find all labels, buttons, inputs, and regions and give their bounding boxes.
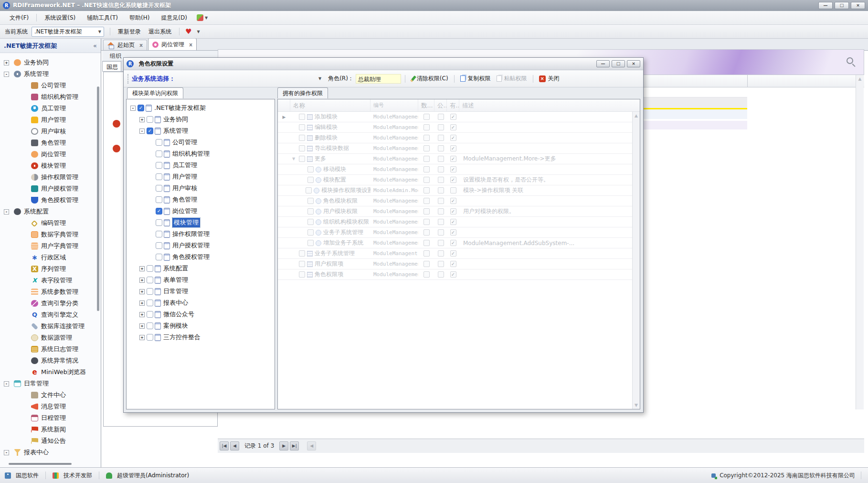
owned-checkbox[interactable]	[450, 187, 456, 193]
permission-checkbox[interactable]	[156, 173, 162, 180]
role-value-field[interactable]: 总裁助理	[356, 74, 401, 84]
data-checkbox[interactable]	[423, 124, 430, 130]
public-checkbox[interactable]	[438, 219, 444, 225]
tree-expander-icon[interactable]: -	[4, 72, 9, 77]
permission-tree-item[interactable]: + 微信公众号	[128, 309, 275, 320]
data-checkbox[interactable]	[423, 208, 430, 215]
sidebar-tree-item[interactable]: + 业务协同	[3, 57, 101, 68]
public-checkbox[interactable]	[438, 208, 444, 215]
owned-checkbox[interactable]: ✓	[450, 135, 456, 141]
public-checkbox[interactable]	[438, 156, 444, 162]
permission-tree-item[interactable]: 公司管理	[128, 137, 275, 148]
data-checkbox[interactable]	[423, 219, 430, 225]
prev-page-button[interactable]: ◀	[230, 441, 239, 451]
post-page-vertical-scrollbar[interactable]: ▲	[856, 75, 864, 409]
copy-permission-button[interactable]: 复制权限	[457, 73, 494, 85]
data-checkbox[interactable]	[423, 156, 430, 162]
tab-close-icon[interactable]: x	[139, 42, 143, 48]
tree-expander-icon[interactable]: -	[4, 381, 9, 386]
menu-file[interactable]: 文件(F)	[4, 12, 34, 24]
first-page-button[interactable]: |◀	[220, 441, 229, 451]
public-checkbox[interactable]	[438, 261, 444, 267]
grid-vertical-scrollbar[interactable]: ▲ ▼	[632, 112, 640, 409]
chevron-down-icon[interactable]: ▼	[205, 16, 208, 20]
owned-checkbox[interactable]: ✓	[450, 124, 456, 130]
clear-permission-button[interactable]: 清除权限(C)	[409, 73, 451, 85]
permission-checkbox[interactable]	[156, 162, 162, 169]
owned-checkbox[interactable]: ✓	[450, 166, 456, 172]
tab-module-menu-permission[interactable]: 模块菜单访问权限	[127, 87, 183, 98]
data-checkbox[interactable]	[423, 250, 430, 257]
sidebar-vertical-scrollbar[interactable]	[97, 86, 99, 311]
owned-checkbox[interactable]: ✓	[450, 145, 456, 151]
data-checkbox[interactable]	[423, 187, 430, 193]
permission-tree-item[interactable]: 用户审核	[128, 182, 275, 194]
owned-checkbox[interactable]: ✓	[450, 156, 456, 162]
sidebar-tree-item[interactable]: 用户审核	[3, 126, 101, 137]
tree-expander-icon[interactable]: +	[139, 117, 145, 122]
tab-close-icon[interactable]: x	[189, 42, 192, 48]
permission-checkbox[interactable]	[156, 242, 162, 249]
tree-expander-icon[interactable]: -	[4, 450, 9, 455]
data-checkbox[interactable]	[423, 166, 430, 172]
table-row[interactable]: ▶ ▼ 编辑模块 ModuleManagemen… ✓	[278, 122, 640, 133]
sidebar-tree-item[interactable]: 系统异常情况	[3, 355, 101, 366]
permission-checkbox[interactable]	[147, 334, 153, 341]
table-row[interactable]: ▶ ▼ 模块配置 ModuleManagemen… ✓ 设置模块是否有权，是否公…	[278, 175, 640, 185]
row-checkbox[interactable]	[299, 114, 305, 120]
sidebar-tree-item[interactable]: 日程管理	[3, 412, 101, 424]
scroll-up-icon[interactable]: ▲	[635, 113, 638, 118]
permission-checkbox[interactable]	[156, 254, 162, 260]
sidebar-tree-item[interactable]: 组织机构管理	[3, 91, 101, 103]
sidebar-tree-item[interactable]: 操作权限管理	[3, 172, 101, 183]
public-checkbox[interactable]	[438, 271, 444, 278]
tree-expander-icon[interactable]: +	[4, 60, 9, 65]
owned-checkbox[interactable]: ✓	[450, 198, 456, 204]
row-checkbox[interactable]	[299, 250, 305, 257]
permission-checkbox[interactable]	[156, 231, 162, 237]
table-row[interactable]: ▶ ▼ 移动模块 ModuleManagemen… ✓	[278, 164, 640, 175]
data-checkbox[interactable]	[423, 240, 430, 246]
menu-help[interactable]: 帮助(H)	[124, 12, 155, 24]
theme-icon[interactable]	[197, 14, 203, 21]
owned-checkbox[interactable]: ✓	[450, 208, 456, 215]
permission-checkbox[interactable]	[138, 105, 144, 111]
column-data[interactable]: 数...	[418, 99, 434, 111]
permission-tree-item[interactable]: + 系统配置	[128, 263, 275, 274]
column-code[interactable]: 编号	[370, 99, 418, 111]
public-checkbox[interactable]	[438, 187, 444, 193]
sidebar-tree-item[interactable]: 序列管理	[3, 263, 101, 275]
table-row[interactable]: ▶ ▼ 导出模块数据 ModuleManagemen… ✓	[278, 143, 640, 154]
sidebar-tree-item[interactable]: 员工管理	[3, 103, 101, 114]
owned-checkbox[interactable]: ✓	[450, 219, 456, 225]
sidebar-tree-item[interactable]: 数据源管理	[3, 332, 101, 343]
permission-tree-item[interactable]: + 业务协同	[128, 114, 275, 125]
permission-tree-item[interactable]: 角色授权管理	[128, 251, 275, 263]
permission-tree-item[interactable]: 操作权限管理	[128, 228, 275, 240]
table-row[interactable]: ▶ ▼ 业务子系统管理 ModuleManagent.… ✓	[278, 248, 640, 259]
tree-expander-icon[interactable]: +	[139, 335, 145, 340]
owned-checkbox[interactable]: ✓	[450, 177, 456, 183]
public-checkbox[interactable]	[438, 250, 444, 257]
last-page-button[interactable]: ▶|	[290, 441, 299, 451]
row-checkbox[interactable]	[307, 166, 314, 172]
tree-expander-icon[interactable]: +	[139, 266, 145, 271]
row-checkbox[interactable]	[307, 240, 314, 246]
close-button[interactable]: ×	[851, 2, 865, 9]
permission-tree-item[interactable]: 用户授权管理	[128, 240, 275, 251]
permission-checkbox[interactable]	[156, 196, 162, 203]
business-system-combo[interactable]: ▼	[318, 76, 321, 81]
public-checkbox[interactable]	[438, 198, 444, 204]
table-row[interactable]: ▶ ▼ 角色模块权限 ModuleManagemen… ✓	[278, 196, 640, 206]
permission-tree-item[interactable]: - .NET敏捷开发框架	[128, 102, 275, 114]
permission-checkbox[interactable]	[147, 277, 153, 283]
window-titlebar[interactable]: R RDIFramework.NET – .NET快速信息化系统敏捷开发框架 —…	[0, 0, 868, 11]
data-checkbox[interactable]	[423, 198, 430, 204]
system-select-combo[interactable]: .NET敏捷开发框架 ▼	[32, 27, 104, 37]
sidebar-tree-item[interactable]: 系统日志管理	[3, 343, 101, 355]
table-row[interactable]: ▶ ▼ 模块操作权限项设置 ModuleAdmin.Mod… 模块->操作权限项…	[278, 185, 640, 196]
post-page-left-tab[interactable]: 国思	[102, 61, 121, 71]
public-checkbox[interactable]	[438, 229, 444, 236]
tree-expander-icon[interactable]: -	[139, 129, 145, 134]
column-name[interactable]: 名称	[290, 99, 370, 111]
